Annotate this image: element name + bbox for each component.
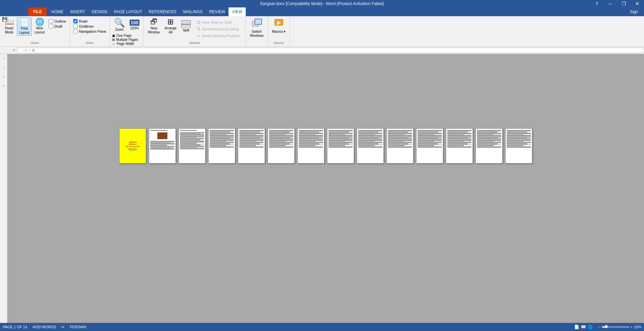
ruler-corner: ▼	[12, 49, 16, 52]
view-checkboxes: Outline Draft	[47, 18, 68, 30]
app-title: Sangsar.docx [Compatibility Mode] - Word…	[260, 1, 384, 6]
language-status: PERSIAN	[70, 325, 86, 329]
zoom-100-button[interactable]: 100 100%	[128, 19, 141, 31]
page-5-thumbnail[interactable]	[238, 128, 265, 163]
page-width-btn[interactable]: ↔ Page Width	[112, 42, 138, 46]
page-6-content	[268, 129, 294, 163]
page-14-content	[506, 129, 532, 163]
zoom-slider[interactable]	[602, 326, 629, 328]
ribbon: 📖 ReadMode 📄 PrintLayout 🌐 WebLayout Out…	[0, 16, 644, 47]
page-8-thumbnail[interactable]	[327, 128, 354, 163]
vertical-ruler: 2 4 6 8	[0, 54, 7, 323]
page-3-content	[179, 129, 205, 163]
web-layout-icon: 🌐	[35, 18, 44, 26]
document-area[interactable]: تحقیق آنلاینمرجع دانلودبا کمترین قیمت با…	[7, 54, 644, 323]
sign-button[interactable]: Sign	[625, 9, 643, 15]
gridlines-checkbox[interactable]	[73, 24, 78, 28]
arrange-all-button[interactable]: ⊞ ArrangeAll	[163, 18, 179, 35]
switch-windows-icon	[251, 18, 262, 29]
window-options: ⊟ View Side by Side ⇅ Synchronous Scroll…	[193, 18, 243, 40]
ruler-checkbox[interactable]	[73, 19, 78, 23]
switch-windows-button[interactable]: SwitchWindows	[248, 18, 266, 39]
gridlines-checkbox-label[interactable]: Gridlines	[73, 24, 106, 28]
mailings-menu-item[interactable]: MAILINGS	[180, 7, 206, 16]
page-14-thumbnail[interactable]	[505, 128, 532, 163]
undo-quick-btn[interactable]: ↩	[9, 16, 16, 23]
one-page-icon: ▣	[112, 34, 115, 37]
page-4-thumbnail[interactable]	[208, 128, 235, 163]
review-menu-item[interactable]: REVIEW	[206, 7, 229, 16]
page-2-content	[149, 129, 176, 163]
home-menu-item[interactable]: HOME	[48, 7, 67, 16]
page-2-thumbnail[interactable]	[149, 128, 176, 163]
macros-button[interactable]: Macros ▾	[270, 18, 288, 34]
zoom-button[interactable]: 🔍 Zoom	[112, 18, 127, 32]
zoom-percent-label: 10%	[634, 325, 641, 329]
page-11-thumbnail[interactable]	[416, 128, 443, 163]
page-11-content	[417, 129, 443, 163]
read-mode-status-btn[interactable]: 📖	[580, 324, 586, 330]
page-layout-menu-item[interactable]: PAGE LAYOUT	[111, 7, 145, 16]
draft-checkbox[interactable]	[49, 24, 53, 28]
redo-quick-btn[interactable]: ↪	[16, 16, 23, 23]
multiple-pages-btn[interactable]: ⊞ Multiple Pages	[112, 38, 138, 42]
status-bar: PAGE 1 OF 14 4030 WORDS ✏ PERSIAN 📄 📖 🌐 …	[0, 323, 644, 331]
split-button[interactable]: Split	[179, 18, 193, 35]
view-side-by-side-icon: ⊟	[197, 20, 200, 25]
ruler-checkbox-label[interactable]: Ruler	[73, 19, 106, 23]
page-9-content	[357, 129, 383, 163]
show-checkboxes: Ruler Gridlines Navigation Pane	[72, 18, 108, 35]
help-button[interactable]: ?	[590, 0, 603, 7]
word-count-status: 4030 WORDS	[33, 325, 56, 329]
svg-rect-0	[182, 21, 190, 24]
customize-quick-btn[interactable]: ▾	[24, 16, 30, 23]
window-controls: ? ─ ❐ ✕	[590, 0, 644, 7]
page-13-content	[476, 129, 502, 163]
navigation-pane-checkbox-label[interactable]: Navigation Pane	[73, 29, 106, 33]
menu-bar: 💾 ↩ ↪ ▾ FILE HOME INSERT DESIGN PAGE LAY…	[0, 7, 644, 16]
web-layout-button[interactable]: 🌐 WebLayout	[32, 18, 47, 35]
page-9-thumbnail[interactable]	[357, 128, 384, 163]
page-12-content	[446, 129, 473, 163]
window-group-content: 🗗 NewWindow ⊞ ArrangeAll Split	[146, 18, 243, 41]
page-8-content	[327, 129, 354, 163]
page-7-thumbnail[interactable]	[297, 128, 324, 163]
insert-menu-item[interactable]: INSERT	[67, 7, 88, 16]
outline-checkbox-label[interactable]: Outline	[49, 19, 66, 23]
page-4-content	[209, 129, 235, 163]
show-group-content: Ruler Gridlines Navigation Pane	[72, 18, 108, 41]
macros-group-label: Macros	[274, 41, 284, 45]
ribbon-group-window: 🗗 NewWindow ⊞ ArrangeAll Split	[144, 16, 246, 46]
split-icon	[181, 20, 191, 28]
edit-mode-icon[interactable]: ✏	[61, 325, 64, 329]
save-quick-btn[interactable]: 💾	[1, 16, 8, 23]
page-10-thumbnail[interactable]	[386, 128, 413, 163]
reset-window-icon: ↙	[197, 33, 200, 38]
horizontal-ruler: ◁ 4 2 ⊠	[18, 48, 644, 53]
minimize-button[interactable]: ─	[603, 0, 617, 7]
draft-checkbox-label[interactable]: Draft	[49, 24, 66, 28]
view-menu-item[interactable]: VIEW	[229, 7, 246, 16]
new-window-icon: 🗗	[150, 18, 158, 26]
page-13-thumbnail[interactable]	[476, 128, 503, 163]
print-layout-status-btn[interactable]: 📄	[573, 324, 580, 330]
page-3-thumbnail[interactable]	[179, 128, 206, 163]
one-page-btn[interactable]: ▣ One Page	[112, 34, 138, 37]
navigation-pane-checkbox[interactable]	[73, 29, 78, 33]
synchronous-scrolling-btn: ⇅ Synchronous Scrolling	[195, 26, 242, 32]
page-1-thumbnail[interactable]: تحقیق آنلاینمرجع دانلودبا کمترین قیمت با…	[119, 128, 146, 163]
ribbon-group-show: Ruler Gridlines Navigation Pane Show	[70, 16, 110, 46]
outline-checkbox[interactable]	[49, 19, 53, 23]
close-button[interactable]: ✕	[630, 0, 644, 7]
page-6-thumbnail[interactable]	[268, 128, 295, 163]
references-menu-item[interactable]: REFERENCES	[145, 7, 180, 16]
design-menu-item[interactable]: DESIGN	[88, 7, 111, 16]
zoom-minus-btn[interactable]: −	[598, 325, 600, 329]
zoom-plus-btn[interactable]: +	[630, 325, 633, 329]
web-layout-status-btn[interactable]: 🌐	[587, 324, 593, 330]
new-window-button[interactable]: 🗗 NewWindow	[146, 18, 162, 35]
window-group-label: Window	[189, 41, 200, 45]
restore-button[interactable]: ❐	[617, 0, 630, 7]
pages-container: تحقیق آنلاینمرجع دانلودبا کمترین قیمت با…	[119, 128, 532, 163]
page-12-thumbnail[interactable]	[446, 128, 473, 163]
